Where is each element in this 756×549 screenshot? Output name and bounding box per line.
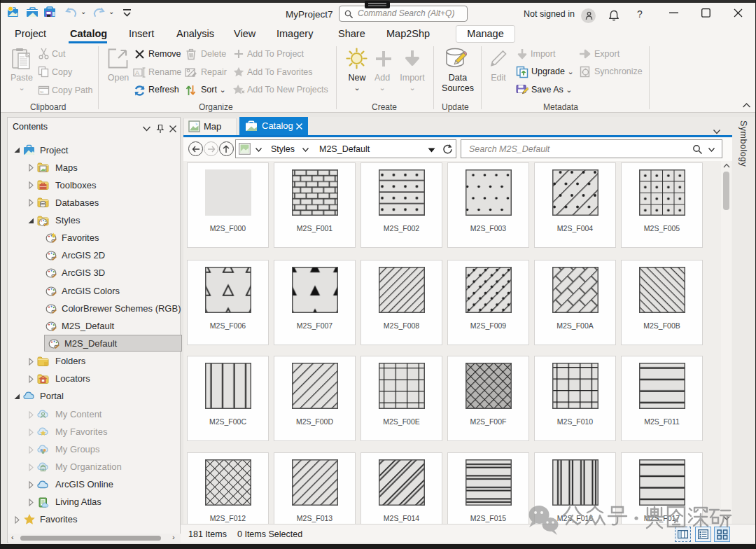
svg-text:A: A xyxy=(135,69,139,76)
svg-text:w.: w. xyxy=(40,89,44,95)
